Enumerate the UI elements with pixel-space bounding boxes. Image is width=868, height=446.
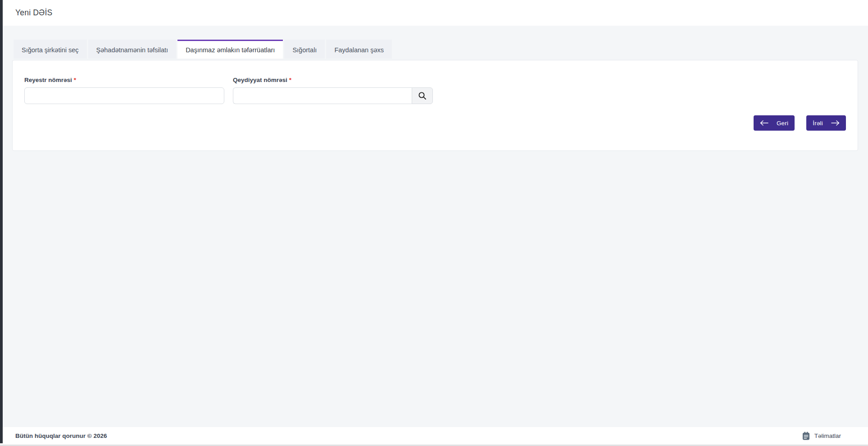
field-label: Reyestr nömrəsi* [24, 77, 224, 83]
page: Yeni DƏİS Sığorta şirkətini seç Şəhadətn… [0, 0, 868, 446]
field-label: Qeydiyyat nömrəsi* [233, 77, 433, 83]
field-label-text: Reyestr nömrəsi [24, 77, 72, 83]
next-button-label: İrəli [813, 120, 823, 127]
field-reyestr-nomresi: Reyestr nömrəsi* [24, 77, 224, 104]
main-content: Sığorta şirkətini seç Şəhadətnamənin təf… [0, 26, 868, 427]
back-button[interactable]: Geri [754, 115, 795, 131]
arrow-left-icon [760, 120, 768, 126]
page-title: Yeni DƏİS [15, 8, 52, 18]
tab-sigortali[interactable]: Sığortalı [284, 40, 325, 59]
reyestr-nomresi-input[interactable] [24, 87, 224, 104]
required-asterisk: * [74, 77, 76, 83]
left-edge-bar [0, 0, 3, 443]
qeydiyyat-nomresi-input[interactable] [233, 87, 412, 104]
tab-sehadetnamenin-tefsilati[interactable]: Şəhadətnamənin təfsilatı [88, 40, 177, 59]
instructions-link[interactable]: Təlimatlar [802, 432, 841, 440]
search-button[interactable] [412, 87, 433, 104]
clipboard-icon [802, 432, 810, 440]
instructions-label: Təlimatlar [814, 432, 841, 439]
tab-sigorta-sirketini-sec[interactable]: Sığorta şirkətini seç [14, 40, 87, 59]
qeydiyyat-input-group [233, 87, 433, 104]
form-row: Reyestr nömrəsi* Qeydiyyat nömrəsi* [24, 77, 846, 104]
form-card: Reyestr nömrəsi* Qeydiyyat nömrəsi* [12, 60, 858, 151]
field-label-text: Qeydiyyat nömrəsi [233, 77, 287, 83]
copyright-text: Bütün hüquqlar qorunur © 2026 [15, 432, 107, 439]
field-qeydiyyat-nomresi: Qeydiyyat nömrəsi* [233, 77, 433, 104]
required-asterisk: * [289, 77, 291, 83]
page-header: Yeni DƏİS [0, 0, 868, 26]
tab-faydalanan-sexs[interactable]: Faydalanan şəxs [326, 40, 392, 59]
back-button-label: Geri [777, 120, 788, 127]
next-button[interactable]: İrəli [806, 115, 846, 131]
tab-dasinmaz-emlakin-teferruatlari[interactable]: Daşınmaz əmlakın təfərrüatları [177, 40, 283, 59]
tab-bar: Sığorta şirkətini seç Şəhadətnamənin təf… [14, 40, 858, 59]
arrow-right-icon [831, 120, 840, 126]
page-footer: Bütün hüquqlar qorunur © 2026 Təlimatlar [0, 427, 868, 445]
search-icon [418, 91, 427, 100]
actions-row: Geri İrəli [24, 115, 846, 131]
